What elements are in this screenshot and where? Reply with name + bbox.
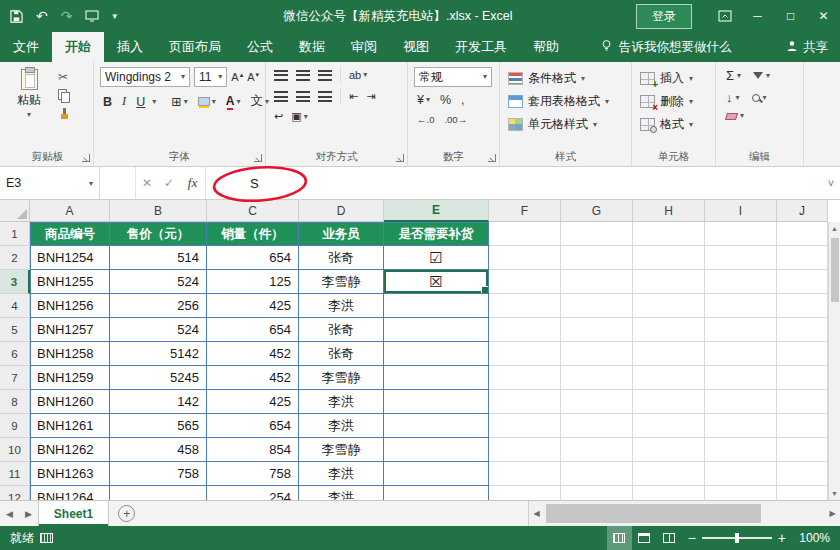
cell-D8[interactable]: 李洪 — [299, 390, 384, 414]
horizontal-scroll-track[interactable] — [544, 501, 825, 526]
tab-review[interactable]: 审阅 — [338, 32, 390, 62]
cell-I5[interactable] — [705, 318, 777, 342]
cell-I4[interactable] — [705, 294, 777, 318]
cut-button[interactable]: ✂ — [58, 71, 68, 83]
cell-F9[interactable] — [489, 414, 561, 438]
cell-B5[interactable]: 524 — [110, 318, 207, 342]
row-header-10[interactable]: 10 — [0, 438, 30, 462]
cell-B10[interactable]: 458 — [110, 438, 207, 462]
cell-H1[interactable] — [633, 222, 705, 246]
cell-B11[interactable]: 758 — [110, 462, 207, 486]
name-box-splitter[interactable] — [100, 167, 136, 199]
format-as-table-button[interactable]: 套用表格格式▾ — [506, 90, 625, 113]
zoom-percentage[interactable]: 100% — [792, 531, 840, 545]
formula-input[interactable]: S — [206, 167, 822, 199]
cell-J12[interactable] — [777, 486, 828, 500]
paste-button[interactable]: 粘贴 ▾ — [8, 67, 50, 121]
column-header-D[interactable]: D — [299, 200, 384, 222]
cell-A2[interactable]: BNH1254 — [30, 246, 110, 270]
cell-A10[interactable]: BNH1262 — [30, 438, 110, 462]
cell-B7[interactable]: 5245 — [110, 366, 207, 390]
sheet-nav-left-icon[interactable]: ◀ — [0, 501, 19, 526]
insert-cells-button[interactable]: 插入▾ — [638, 67, 709, 90]
bold-button[interactable]: B — [100, 94, 115, 110]
cell-G5[interactable] — [561, 318, 633, 342]
cell-F5[interactable] — [489, 318, 561, 342]
cell-F11[interactable] — [489, 462, 561, 486]
row-header-3[interactable]: 3 — [0, 270, 30, 294]
clear-button[interactable]: ▾ — [722, 111, 748, 121]
align-left-button[interactable] — [272, 90, 290, 103]
insert-function-button[interactable]: fx — [180, 167, 206, 199]
cell-E4[interactable] — [384, 294, 489, 318]
cell-E8[interactable] — [384, 390, 489, 414]
cell-F6[interactable] — [489, 342, 561, 366]
cell-C2[interactable]: 654 — [207, 246, 299, 270]
cell-I2[interactable] — [705, 246, 777, 270]
cell-H9[interactable] — [633, 414, 705, 438]
tab-insert[interactable]: 插入 — [104, 32, 156, 62]
delete-cells-button[interactable]: 删除▾ — [638, 90, 709, 113]
cell-E12[interactable] — [384, 486, 489, 500]
row-header-11[interactable]: 11 — [0, 462, 30, 486]
cell-D4[interactable]: 李洪 — [299, 294, 384, 318]
cell-J9[interactable] — [777, 414, 828, 438]
cell-D9[interactable]: 李洪 — [299, 414, 384, 438]
middle-align-button[interactable] — [294, 69, 312, 82]
vertical-scroll-thumb[interactable] — [831, 238, 839, 302]
formula-bar-expand-icon[interactable]: ˅ — [822, 167, 840, 199]
sort-filter-button[interactable]: ▾ — [749, 71, 774, 81]
cell-G1[interactable] — [561, 222, 633, 246]
column-header-G[interactable]: G — [561, 200, 633, 222]
cell-J4[interactable] — [777, 294, 828, 318]
cell-E5[interactable] — [384, 318, 489, 342]
merge-center-button[interactable]: ▣▾ — [289, 109, 309, 124]
row-header-9[interactable]: 9 — [0, 414, 30, 438]
cell-A11[interactable]: BNH1263 — [30, 462, 110, 486]
cell-G9[interactable] — [561, 414, 633, 438]
cell-E9[interactable] — [384, 414, 489, 438]
row-header-8[interactable]: 8 — [0, 390, 30, 414]
cell-G8[interactable] — [561, 390, 633, 414]
cell-H7[interactable] — [633, 366, 705, 390]
cell-J8[interactable] — [777, 390, 828, 414]
cell-B8[interactable]: 142 — [110, 390, 207, 414]
cell-J2[interactable] — [777, 246, 828, 270]
zoom-out-button[interactable]: − — [682, 530, 702, 546]
decrease-font-size-button[interactable]: A▾ — [247, 71, 259, 83]
cell-C3[interactable]: 125 — [207, 270, 299, 294]
tell-me-box[interactable]: 告诉我你想要做什么 — [600, 32, 732, 62]
cell-J10[interactable] — [777, 438, 828, 462]
tab-file[interactable]: 文件 — [0, 32, 52, 62]
cell-I1[interactable] — [705, 222, 777, 246]
cell-H6[interactable] — [633, 342, 705, 366]
conditional-formatting-button[interactable]: 条件格式▾ — [506, 67, 625, 90]
cell-F2[interactable] — [489, 246, 561, 270]
tab-developer[interactable]: 开发工具 — [442, 32, 520, 62]
fill-color-button[interactable]: ▾ — [195, 96, 219, 107]
page-layout-view-button[interactable] — [632, 526, 657, 550]
cell-G12[interactable] — [561, 486, 633, 500]
cell-D1[interactable]: 业务员 — [299, 222, 384, 246]
row-header-5[interactable]: 5 — [0, 318, 30, 342]
cell-B2[interactable]: 514 — [110, 246, 207, 270]
cell-D7[interactable]: 李雪静 — [299, 366, 384, 390]
sheet-nav-right-icon[interactable]: ▶ — [19, 501, 38, 526]
cell-A7[interactable]: BNH1259 — [30, 366, 110, 390]
cell-B3[interactable]: 524 — [110, 270, 207, 294]
cell-A1[interactable]: 商品编号 — [30, 222, 110, 246]
cell-G2[interactable] — [561, 246, 633, 270]
vertical-scrollbar[interactable]: ▲ ▼ — [828, 222, 840, 500]
cell-F7[interactable] — [489, 366, 561, 390]
copy-button[interactable] — [58, 89, 69, 102]
column-header-A[interactable]: A — [30, 200, 110, 222]
bottom-align-button[interactable] — [316, 69, 334, 82]
cell-D6[interactable]: 张奇 — [299, 342, 384, 366]
cell-J6[interactable] — [777, 342, 828, 366]
cell-B4[interactable]: 256 — [110, 294, 207, 318]
column-header-J[interactable]: J — [777, 200, 828, 222]
find-select-button[interactable]: ▾ — [748, 93, 771, 103]
cell-G10[interactable] — [561, 438, 633, 462]
cell-styles-button[interactable]: 单元格样式▾ — [506, 113, 625, 136]
row-header-1[interactable]: 1 — [0, 222, 30, 246]
